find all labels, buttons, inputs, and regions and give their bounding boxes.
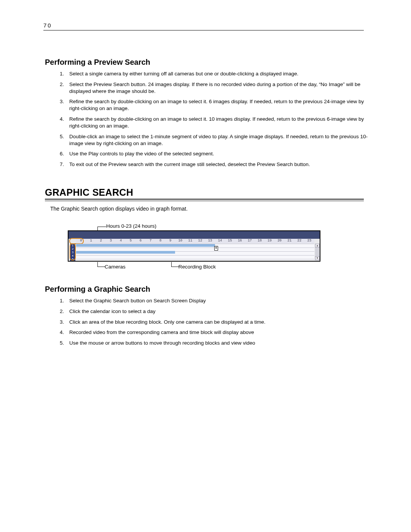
hour-tick: 6 <box>135 239 145 243</box>
hours-row: 0 1 2 3 4 5 6 7 8 9 10 11 12 13 14 15 16… <box>76 239 314 243</box>
scrollbar: ▲ ▼ <box>315 244 320 260</box>
hour-tick: 3 <box>106 239 116 243</box>
cameras-callout-icon <box>70 243 76 260</box>
hour-tick: 2 <box>96 239 106 243</box>
hour-tick: 13 <box>205 239 215 243</box>
hour-tick: 14 <box>215 239 225 243</box>
hour-tick: 8 <box>156 239 166 243</box>
hour-tick: 15 <box>225 239 235 243</box>
section-rule <box>45 199 364 201</box>
heading-graphic-search: GRAPHIC SEARCH <box>45 187 373 198</box>
annotation-hours: Hours 0-23 (24 hours) <box>98 223 323 229</box>
preview-steps-list: Select a single camera by either turning… <box>45 70 373 168</box>
hour-tick: 5 <box>126 239 135 243</box>
list-item: Refine the search by double-clicking on … <box>65 116 371 129</box>
list-item: Click the calendar icon to select a day <box>65 308 371 315</box>
hour-tick: 9 <box>166 239 175 243</box>
hour-tick: 16 <box>235 239 245 243</box>
hour-tick: 22 <box>295 239 304 243</box>
hour-tick: 7 <box>146 239 156 243</box>
annotations-bottom: Cameras Recording Block <box>68 264 323 270</box>
hour-tick: 4 <box>116 239 126 243</box>
graphic-diagram: Hours 0-23 (24 hours) 0 1 2 3 4 5 6 7 8 … <box>68 223 323 270</box>
hour-tick: 10 <box>175 239 185 243</box>
graphic-intro: The Graphic Search option displays video… <box>50 206 373 212</box>
list-item: Select the Graphic Search button on Sear… <box>65 297 371 304</box>
hour-tick: 18 <box>255 239 264 243</box>
annotation-tick-icon <box>97 262 105 267</box>
recording-block <box>76 244 215 247</box>
scroll-down-icon: ▼ <box>315 256 320 260</box>
list-item: Select the Preview Search button. 24 ima… <box>65 81 371 95</box>
heading-performing-graphic-search: Performing a Graphic Search <box>45 285 373 294</box>
hour-tick: 12 <box>195 239 205 243</box>
list-item: Use the Play controls to play the video … <box>65 150 371 157</box>
recording-block <box>76 251 175 254</box>
header-rule <box>43 30 364 30</box>
hour-tick: 21 <box>285 239 295 243</box>
list-item: Recorded video from the corresponding ca… <box>65 329 371 336</box>
list-item: To exit out of the Preview search with t… <box>65 161 371 168</box>
annotation-recording-label: Recording Block <box>178 264 216 270</box>
document-page: 70 Performing a Preview Search Select a … <box>0 0 411 532</box>
page-number: 70 <box>43 22 373 29</box>
list-item: Refine the search by double-clicking on … <box>65 98 371 112</box>
annotation-tick-icon <box>171 262 179 267</box>
hour-tick: 11 <box>185 239 195 243</box>
annotation-hours-label: Hours 0-23 (24 hours) <box>106 223 156 229</box>
hour-tick: 17 <box>245 239 255 243</box>
recording-marker: 0 <box>214 246 218 251</box>
list-item: Use the mouse or arrow buttons to move t… <box>65 340 371 347</box>
annotation-recording-block: Recording Block <box>171 264 216 270</box>
heading-preview-search: Performing a Preview Search <box>45 58 373 67</box>
hour-tick: 1 <box>86 239 96 243</box>
annotation-cameras-label: Cameras <box>105 264 126 270</box>
graphic-panel: 0 1 2 3 4 5 6 7 8 9 10 11 12 13 14 15 16… <box>68 230 320 262</box>
list-item: Click an area of the blue recording bloc… <box>65 319 371 326</box>
hour-tick: 23 <box>304 239 314 243</box>
annotation-cameras: Cameras <box>97 264 126 270</box>
list-item: Select a single camera by either turning… <box>65 70 371 77</box>
scroll-up-icon: ▲ <box>315 244 320 248</box>
hour-tick: 19 <box>264 239 274 243</box>
list-item: Double-click an image to select the 1-mi… <box>65 133 371 147</box>
graphic-steps-list: Select the Graphic Search button on Sear… <box>45 297 373 347</box>
hour-tick: 20 <box>275 239 285 243</box>
